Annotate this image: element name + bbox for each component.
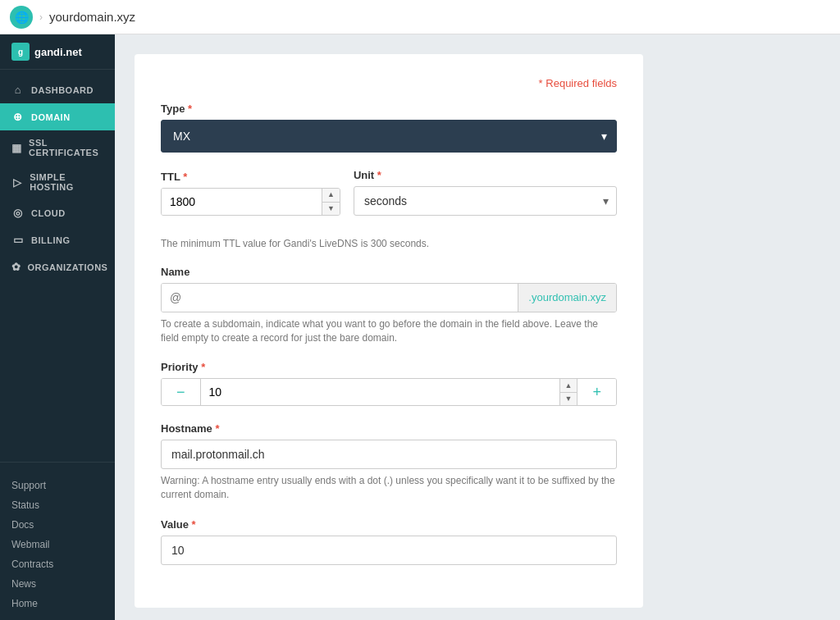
hostname-label: Hostname *: [161, 422, 617, 435]
logo-icon: g: [11, 43, 30, 61]
type-select-wrapper: MX A AAAA CNAME TXT NS SRV CAA ▾: [161, 120, 617, 153]
priority-input[interactable]: [201, 379, 559, 405]
main-content: * Required fields Type * MX A AAAA CNAME…: [115, 34, 840, 620]
sidebar-item-label: Simple Hosting: [30, 172, 103, 192]
sidebar-link-status[interactable]: Status: [11, 495, 103, 515]
value-input[interactable]: [161, 536, 617, 565]
sidebar-item-label: Organizations: [28, 262, 108, 272]
ssl-icon: ▦: [11, 142, 22, 154]
ttl-spinner-wrapper: ▲ ▼: [161, 188, 340, 216]
ttl-spinner-buttons: ▲ ▼: [322, 189, 340, 215]
type-group: Type * MX A AAAA CNAME TXT NS SRV CAA ▾: [161, 103, 617, 153]
sidebar-item-hosting[interactable]: ▷ Simple Hosting: [0, 165, 115, 199]
sidebar-item-ssl[interactable]: ▦ SSL Certificates: [0, 130, 115, 165]
name-suffix: .yourdomain.xyz: [518, 284, 616, 312]
name-group: Name .yourdomain.xyz To create a subdoma…: [161, 266, 617, 345]
hostname-group: Hostname * Warning: A hostname entry usu…: [161, 422, 617, 502]
hostname-warning: Warning: A hostname entry usually ends w…: [161, 474, 617, 502]
priority-wrapper: − ▲ ▼ +: [161, 378, 617, 406]
value-label: Value *: [161, 518, 617, 531]
sidebar-link-home[interactable]: Home: [11, 594, 103, 613]
topbar: 🌐 › yourdomain.xyz: [0, 0, 840, 34]
sidebar-item-orgs[interactable]: ✿ Organizations: [0, 253, 115, 280]
priority-input-wrap: ▲ ▼: [201, 379, 578, 405]
sidebar-links: Support Status Docs Webmail Contracts Ne…: [0, 469, 115, 620]
unit-label: Unit *: [354, 169, 617, 181]
globe-icon: 🌐: [10, 6, 33, 29]
priority-increment-button[interactable]: ▲: [560, 379, 578, 393]
sidebar: g gandi.net ⌂ Dashboard ⊕ Domain ▦ SSL C…: [0, 34, 115, 620]
sidebar-item-label: Dashboard: [31, 85, 94, 95]
ttl-hint: The minimum TTL value for Gandi's LiveDN…: [161, 237, 617, 251]
sidebar-item-label: Cloud: [31, 208, 66, 218]
ttl-input[interactable]: [162, 189, 322, 215]
breadcrumb-chevron: ›: [39, 11, 43, 23]
name-label: Name: [161, 266, 617, 278]
hosting-icon: ▷: [11, 176, 23, 189]
sidebar-item-label: Billing: [31, 235, 71, 245]
sidebar-link-support[interactable]: Support: [11, 476, 103, 495]
domain-icon: ⊕: [11, 111, 25, 123]
name-hint: To create a subdomain, indicate what you…: [161, 317, 617, 345]
priority-label: Priority *: [161, 361, 617, 373]
sidebar-logo: g gandi.net: [0, 34, 115, 70]
type-select[interactable]: MX A AAAA CNAME TXT NS SRV CAA: [161, 120, 617, 153]
sidebar-link-news[interactable]: News: [11, 574, 103, 594]
unit-group: Unit * seconds minutes hours ▾: [354, 169, 617, 216]
name-input[interactable]: [162, 284, 518, 312]
priority-spinners: ▲ ▼: [559, 379, 578, 405]
ttl-increment-button[interactable]: ▲: [322, 189, 340, 203]
value-group: Value *: [161, 518, 617, 565]
unit-select[interactable]: seconds minutes hours: [354, 186, 617, 216]
type-label: Type *: [161, 103, 617, 115]
name-input-wrapper: .yourdomain.xyz: [161, 283, 617, 312]
unit-select-wrapper: seconds minutes hours ▾: [354, 186, 617, 216]
form-card: * Required fields Type * MX A AAAA CNAME…: [135, 54, 643, 608]
priority-minus-button[interactable]: −: [162, 379, 201, 405]
cloud-icon: ◎: [11, 207, 25, 219]
ttl-decrement-button[interactable]: ▼: [322, 203, 340, 216]
sidebar-nav: ⌂ Dashboard ⊕ Domain ▦ SSL Certificates …: [0, 70, 115, 455]
required-note: * Required fields: [161, 77, 617, 89]
sidebar-item-label: SSL Certificates: [29, 138, 103, 157]
sidebar-item-dashboard[interactable]: ⌂ Dashboard: [0, 76, 115, 103]
ttl-unit-row: TTL * ▲ ▼ Unit *: [161, 169, 617, 232]
sidebar-divider: [0, 462, 115, 463]
priority-plus-button[interactable]: +: [577, 379, 616, 405]
orgs-icon: ✿: [11, 261, 21, 273]
sidebar-item-domain[interactable]: ⊕ Domain: [0, 103, 115, 130]
logo-text: gandi.net: [34, 46, 82, 58]
ttl-group: TTL * ▲ ▼: [161, 171, 340, 216]
sidebar-link-contracts[interactable]: Contracts: [11, 554, 103, 574]
priority-group: Priority * − ▲ ▼ +: [161, 361, 617, 406]
sidebar-item-cloud[interactable]: ◎ Cloud: [0, 199, 115, 226]
breadcrumb-domain: yourdomain.xyz: [49, 10, 135, 24]
sidebar-link-docs[interactable]: Docs: [11, 515, 103, 535]
billing-icon: ▭: [11, 234, 25, 246]
sidebar-item-billing[interactable]: ▭ Billing: [0, 226, 115, 253]
hostname-input[interactable]: [161, 440, 617, 469]
ttl-label: TTL *: [161, 171, 340, 183]
priority-decrement-button[interactable]: ▼: [560, 393, 578, 406]
sidebar-item-label: Domain: [31, 112, 71, 122]
sidebar-link-webmail[interactable]: Webmail: [11, 535, 103, 554]
dashboard-icon: ⌂: [11, 84, 25, 96]
